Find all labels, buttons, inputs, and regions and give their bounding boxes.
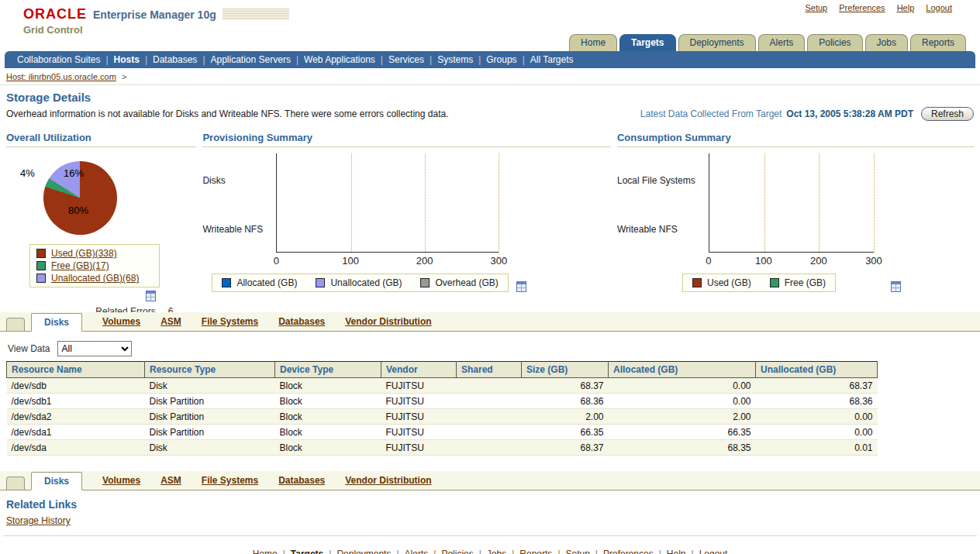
footer-targets[interactable]: Targets <box>291 549 323 554</box>
nav-systems[interactable]: Systems <box>437 54 473 65</box>
subtab-databases[interactable]: Databases <box>278 316 325 331</box>
app-header: ORACLE Enterprise Manager 10g Grid Contr… <box>0 0 980 51</box>
view-data-select[interactable]: All <box>57 341 132 356</box>
product-title: Enterprise Manager 10g <box>93 9 216 21</box>
col-resource-type: Resource Type <box>145 362 275 378</box>
footer-reports[interactable]: Reports <box>519 549 552 554</box>
footer-deployments[interactable]: Deployments <box>336 549 391 554</box>
tab-alerts[interactable]: Alerts <box>758 34 806 51</box>
table-header-row: Resource Name Resource Type Device Type … <box>7 362 878 378</box>
x-tick: 200 <box>416 255 433 267</box>
legend-item-used: Used (GB)(338) <box>36 247 153 260</box>
subtab-volumes[interactable]: Volumes <box>102 316 140 331</box>
overall-utilization-title: Overall Utilization <box>6 132 196 147</box>
subtab-disks[interactable]: Disks <box>31 313 82 332</box>
related-links-title: Related Links <box>0 490 980 514</box>
x-tick: 100 <box>755 255 772 267</box>
table-row[interactable]: /dev/sdb1Disk PartitionBlockFUJITSU68.36… <box>7 394 878 409</box>
preferences-link[interactable]: Preferences <box>839 3 885 12</box>
subtab-file-systems[interactable]: File Systems <box>202 475 258 490</box>
provisioning-summary-section: Provisioning Summary Disks Writeable NFS <box>202 132 611 305</box>
tab-targets[interactable]: Targets <box>619 34 675 51</box>
subtab-file-systems[interactable]: File Systems <box>202 316 258 331</box>
nav-collaboration-suites[interactable]: Collaboration Suites <box>17 54 100 65</box>
subtab-databases[interactable]: Databases <box>278 475 325 490</box>
tab-deployments[interactable]: Deployments <box>678 34 756 51</box>
footer-jobs[interactable]: Jobs <box>487 549 506 554</box>
subtab-asm[interactable]: ASM <box>160 475 181 490</box>
top-tab-bar: Home Targets Deployments Alerts Policies… <box>567 34 966 51</box>
table-view-icon[interactable] <box>516 281 526 292</box>
nav-separator: | <box>202 54 205 65</box>
table-view-icon[interactable] <box>146 291 156 301</box>
footer-preferences[interactable]: Preferences <box>603 549 654 554</box>
col-size: Size (GB) <box>522 362 609 378</box>
provisioning-bar-chart: Disks Writeable NFS 0 <box>202 153 611 267</box>
col-vendor: Vendor <box>381 362 457 378</box>
nav-application-servers[interactable]: Application Servers <box>211 54 291 65</box>
nav-databases[interactable]: Databases <box>153 54 197 65</box>
pie-legend: Used (GB)(338) Free (GB)(17) Unallocated… <box>29 244 160 287</box>
logout-link[interactable]: Logout <box>926 3 952 12</box>
utilization-pie-chart: 80% 4% 16% <box>43 161 117 235</box>
footer-logout[interactable]: Logout <box>699 549 728 554</box>
footer-setup[interactable]: Setup <box>566 549 590 554</box>
footer-separator: | <box>396 549 399 554</box>
used-swatch-icon <box>692 278 702 287</box>
overhead-warning-text: Overhead information is not available fo… <box>6 108 448 119</box>
nav-separator: | <box>381 54 383 65</box>
footer-alerts[interactable]: Alerts <box>405 549 429 554</box>
footer-separator: | <box>692 549 694 554</box>
table-view-icon[interactable] <box>891 281 901 292</box>
help-link[interactable]: Help <box>897 3 915 12</box>
setup-link[interactable]: Setup <box>805 3 827 12</box>
nav-separator: | <box>296 54 298 65</box>
storage-history-link[interactable]: Storage History <box>6 515 71 526</box>
nav-services[interactable]: Services <box>388 54 424 65</box>
nav-groups[interactable]: Groups <box>486 54 516 65</box>
x-tick: 100 <box>342 255 359 267</box>
col-resource-name: Resource Name <box>7 362 145 378</box>
refresh-button[interactable]: Refresh <box>921 107 974 121</box>
table-row[interactable]: /dev/sdaDiskBlockFUJITSU68.3768.350.01 <box>7 440 878 456</box>
col-unallocated: Unallocated (GB) <box>756 362 878 378</box>
subtab-vendor-distribution[interactable]: Vendor Distribution <box>345 475 431 490</box>
tab-jobs[interactable]: Jobs <box>865 34 908 51</box>
tab-home[interactable]: Home <box>569 34 617 51</box>
category-local-file-systems: Local File Systems <box>617 175 695 186</box>
collected-timestamp: Oct 13, 2005 5:38:28 AM PDT <box>786 108 913 119</box>
legend-unallocated-link[interactable]: Unallocated (GB)(68) <box>51 273 139 284</box>
oracle-logo: ORACLE <box>23 6 87 22</box>
x-tick: 300 <box>491 255 508 267</box>
footer-help[interactable]: Help <box>667 549 686 554</box>
legend-overhead: Overhead (GB) <box>420 277 498 288</box>
provisioning-category-labels: Disks Writeable NFS <box>202 153 276 267</box>
nav-web-applications[interactable]: Web Applications <box>304 54 375 65</box>
subtab-asm[interactable]: ASM <box>160 316 181 331</box>
footer-policies[interactable]: Policies <box>441 549 473 554</box>
subtab-volumes[interactable]: Volumes <box>102 475 140 490</box>
legend-used-link[interactable]: Used (GB)(338) <box>51 248 117 259</box>
subtab-disks[interactable]: Disks <box>31 472 82 490</box>
collection-info: Latest Data Collected From Target Oct 13… <box>640 107 974 121</box>
tab-reports[interactable]: Reports <box>910 34 966 51</box>
target-type-navbar: Collaboration Suites|Hosts|Databases|App… <box>5 51 975 68</box>
subtab-vendor-distribution[interactable]: Vendor Distribution <box>345 316 431 331</box>
consumption-legend: Used (GB) Free (GB) <box>682 274 836 292</box>
footer-separator: | <box>433 549 436 554</box>
consumption-bar-chart: Local File Systems Writeable NFS <box>617 153 974 267</box>
category-disks: Disks <box>202 175 225 186</box>
nav-hosts[interactable]: Hosts <box>114 54 140 65</box>
table-row[interactable]: /dev/sda1Disk PartitionBlockFUJITSU66.35… <box>7 425 878 440</box>
table-row[interactable]: /dev/sda2Disk PartitionBlockFUJITSU2.002… <box>7 409 878 425</box>
consumption-summary-section: Consumption Summary Local File Systems W… <box>617 132 974 305</box>
legend-free-link[interactable]: Free (GB)(17) <box>51 260 109 271</box>
subtab-stub <box>6 477 25 490</box>
used-swatch-icon <box>36 249 46 258</box>
footer-home[interactable]: Home <box>253 549 278 554</box>
table-row[interactable]: /dev/sdbDiskBlockFUJITSU68.370.0068.37 <box>7 378 878 394</box>
nav-all-targets[interactable]: All Targets <box>530 54 574 65</box>
breadcrumb-host-link[interactable]: Host: ilinrbn05.us.oracle.com <box>6 72 116 81</box>
tab-policies[interactable]: Policies <box>807 34 862 51</box>
overall-utilization-section: Overall Utilization 80% 4% 16% Used (GB)… <box>6 132 196 305</box>
